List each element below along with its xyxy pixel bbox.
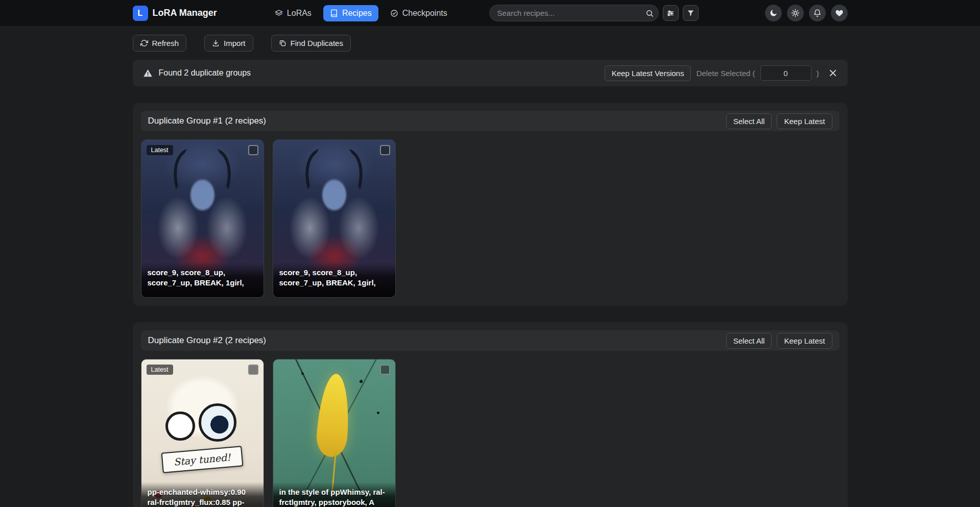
- keep-latest-button[interactable]: Keep Latest: [777, 333, 832, 349]
- search-icon: [646, 9, 654, 17]
- settings-button[interactable]: [787, 5, 804, 21]
- logo-letter: L: [138, 9, 143, 18]
- search-options-button[interactable]: [663, 5, 679, 21]
- tab-label: Checkpoints: [402, 9, 447, 18]
- selected-count-input[interactable]: [760, 65, 811, 81]
- duplicates-banner: Found 2 duplicate groups Keep Latest Ver…: [133, 60, 848, 86]
- find-duplicates-button[interactable]: Find Duplicates: [271, 35, 351, 52]
- book-icon: [330, 9, 338, 17]
- sign-text: Stay tuned!: [173, 451, 231, 468]
- refresh-label: Refresh: [152, 39, 179, 47]
- duplicates-icon: [279, 39, 286, 47]
- recipe-card[interactable]: Latest score_9, score_8_up, score_7_up, …: [141, 139, 264, 298]
- group-header: Duplicate Group #2 (2 recipes) Select Al…: [141, 330, 840, 351]
- import-label: Import: [224, 39, 246, 47]
- tab-label: LoRAs: [287, 9, 312, 18]
- select-all-button[interactable]: Select All: [726, 333, 772, 349]
- nav-tabs: LoRAs Recipes Checkpoints: [268, 5, 454, 21]
- favorites-button[interactable]: [831, 5, 848, 21]
- select-checkbox[interactable]: [248, 145, 258, 155]
- select-checkbox[interactable]: [380, 145, 390, 155]
- layers-icon: [275, 9, 283, 17]
- keep-latest-versions-button[interactable]: Keep Latest Versions: [605, 65, 691, 81]
- close-banner-button[interactable]: [828, 68, 838, 78]
- recipe-card[interactable]: in the style of ppWhimsy, ral-frctlgmtry…: [273, 359, 396, 507]
- search-box: [489, 5, 659, 21]
- tab-label: Recipes: [342, 9, 372, 18]
- check-circle-icon: [390, 9, 398, 17]
- banner-message: Found 2 duplicate groups: [159, 68, 251, 78]
- app-title: LoRA Manager: [153, 8, 217, 18]
- refresh-icon: [140, 39, 148, 47]
- gear-icon: [791, 9, 800, 17]
- card-list: Latest score_9, score_8_up, score_7_up, …: [141, 139, 840, 298]
- funnel-icon: [687, 9, 695, 17]
- moon-icon: [769, 9, 778, 17]
- search-button[interactable]: [642, 6, 657, 20]
- filter-button[interactable]: [683, 5, 699, 21]
- recipe-caption: pp-enchanted-whimsy:0.90 ral-frctlgmtry_…: [141, 482, 264, 507]
- duplicate-group-panel: Duplicate Group #2 (2 recipes) Select Al…: [133, 322, 848, 507]
- warning-icon: [143, 68, 153, 78]
- recipe-card[interactable]: score_9, score_8_up, score_7_up, BREAK, …: [273, 139, 396, 298]
- select-checkbox[interactable]: [248, 365, 258, 375]
- find-duplicates-label: Find Duplicates: [291, 39, 343, 47]
- import-icon: [212, 39, 220, 47]
- recipe-caption: score_9, score_8_up, score_7_up, BREAK, …: [273, 262, 395, 297]
- latest-badge: Latest: [147, 145, 173, 155]
- group-title: Duplicate Group #1 (2 recipes): [148, 116, 267, 126]
- refresh-button[interactable]: Refresh: [133, 35, 187, 52]
- select-all-button[interactable]: Select All: [726, 113, 772, 129]
- recipe-card[interactable]: Stay tuned! Latest pp-enchanted-whimsy:0…: [141, 359, 264, 507]
- tab-loras[interactable]: LoRAs: [268, 5, 318, 21]
- sliders-icon: [666, 9, 675, 17]
- select-checkbox[interactable]: [380, 365, 390, 375]
- delete-selected-suffix: ): [817, 69, 819, 78]
- bell-icon: [813, 9, 822, 17]
- latest-badge: Latest: [147, 365, 173, 375]
- group-title: Duplicate Group #2 (2 recipes): [148, 335, 267, 346]
- tab-recipes[interactable]: Recipes: [323, 5, 378, 21]
- search-input[interactable]: [489, 5, 659, 21]
- brand[interactable]: L LoRA Manager: [133, 6, 217, 21]
- delete-selected-label: Delete Selected (: [696, 69, 755, 78]
- search-group: [489, 5, 699, 21]
- navbar: L LoRA Manager LoRAs Recipes Checkpoi: [0, 0, 980, 27]
- import-button[interactable]: Import: [204, 35, 253, 52]
- close-icon: [828, 68, 838, 78]
- nav-actions: [765, 5, 848, 21]
- duplicate-group-panel: Duplicate Group #1 (2 recipes) Select Al…: [133, 103, 848, 306]
- notifications-button[interactable]: [809, 5, 826, 21]
- keep-latest-button[interactable]: Keep Latest: [777, 113, 832, 129]
- main-content: Refresh Import Find Duplicates Found 2 d…: [133, 35, 848, 507]
- group-header: Duplicate Group #1 (2 recipes) Select Al…: [141, 111, 840, 131]
- tab-checkpoints[interactable]: Checkpoints: [384, 5, 454, 21]
- card-list: Stay tuned! Latest pp-enchanted-whimsy:0…: [141, 359, 840, 507]
- heart-icon: [835, 9, 844, 17]
- toolbar: Refresh Import Find Duplicates: [133, 35, 848, 52]
- recipe-caption: score_9, score_8_up, score_7_up, BREAK, …: [141, 262, 264, 297]
- recipe-caption: in the style of ppWhimsy, ral-frctlgmtry…: [273, 482, 395, 507]
- theme-toggle-button[interactable]: [765, 5, 782, 21]
- app-logo: L: [133, 6, 148, 21]
